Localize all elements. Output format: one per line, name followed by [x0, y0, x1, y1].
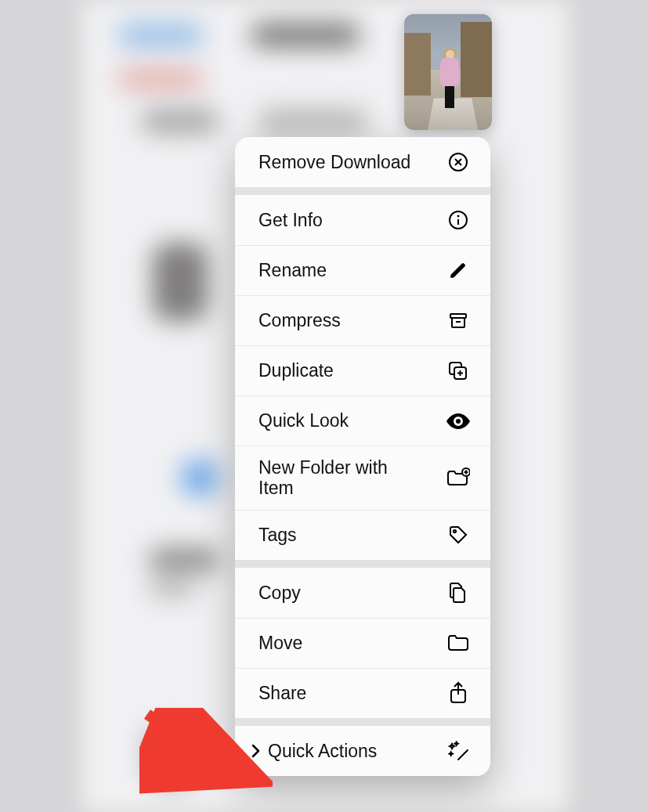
- svg-point-2: [457, 215, 460, 218]
- menu-group: Quick Actions: [235, 726, 490, 776]
- menu-item-label: Move: [258, 633, 302, 653]
- menu-item-label: Rename: [258, 260, 327, 280]
- menu-item-label: Remove Download: [258, 152, 410, 172]
- menu-item-label: Duplicate: [258, 360, 334, 381]
- svg-point-7: [456, 419, 461, 424]
- square-and-arrow-up-icon: [446, 681, 470, 705]
- blur-blob: [149, 728, 196, 783]
- menu-separator: [235, 560, 490, 568]
- get-info-menu-item[interactable]: Get Info: [235, 195, 490, 245]
- blur-blob: [180, 458, 219, 497]
- remove-download-menu-item[interactable]: Remove Download: [235, 137, 490, 187]
- blur-blob: [117, 70, 204, 88]
- pencil-icon: [446, 262, 470, 280]
- selected-photo-thumbnail[interactable]: [404, 14, 492, 130]
- menu-item-label: New Folder with Item: [258, 457, 415, 499]
- blur-blob: [149, 579, 196, 597]
- tag-icon: [446, 525, 470, 545]
- menu-item-label: Tags: [258, 525, 297, 545]
- info-circle-icon: [446, 210, 470, 230]
- blur-blob: [117, 23, 204, 47]
- menu-group: Remove Download: [235, 137, 490, 187]
- blur-blob: [141, 110, 219, 133]
- menu-group: Get Info Rename Compress: [235, 195, 490, 560]
- blur-blob: [153, 243, 208, 321]
- quick-actions-menu-item[interactable]: Quick Actions: [235, 726, 490, 776]
- blur-blob: [251, 23, 360, 47]
- plus-square-on-square-icon: [446, 360, 470, 382]
- file-context-menu: Remove Download Get Info Rename: [235, 137, 490, 776]
- x-circle-icon: [446, 152, 470, 172]
- folder-badge-plus-icon: [446, 467, 470, 488]
- menu-item-label: Share: [258, 683, 306, 703]
- duplicate-menu-item[interactable]: Duplicate: [235, 345, 490, 395]
- share-menu-item[interactable]: Share: [235, 668, 490, 718]
- compress-menu-item[interactable]: Compress: [235, 295, 490, 345]
- menu-item-label: Get Info: [258, 210, 323, 230]
- tags-menu-item[interactable]: Tags: [235, 510, 490, 560]
- doc-on-doc-icon: [446, 582, 470, 604]
- menu-item-label: Quick Look: [258, 410, 349, 431]
- svg-point-9: [454, 530, 456, 532]
- blur-blob: [149, 548, 219, 572]
- sparkles-wand-icon: [446, 741, 470, 761]
- menu-separator: [235, 718, 490, 726]
- move-menu-item[interactable]: Move: [235, 618, 490, 668]
- menu-separator: [235, 187, 490, 195]
- copy-menu-item[interactable]: Copy: [235, 568, 490, 618]
- menu-item-label: Copy: [258, 583, 301, 603]
- menu-item-label: Quick Actions: [268, 741, 446, 761]
- menu-group: Copy Move Share: [235, 568, 490, 718]
- rename-menu-item[interactable]: Rename: [235, 245, 490, 295]
- new-folder-with-item-menu-item[interactable]: New Folder with Item: [235, 446, 490, 510]
- blur-blob: [258, 110, 368, 133]
- eye-icon: [446, 413, 470, 429]
- chevron-right-icon: [246, 744, 265, 758]
- quick-look-menu-item[interactable]: Quick Look: [235, 395, 490, 446]
- folder-icon: [446, 633, 470, 652]
- archive-box-icon: [446, 311, 470, 331]
- menu-item-label: Compress: [258, 310, 341, 330]
